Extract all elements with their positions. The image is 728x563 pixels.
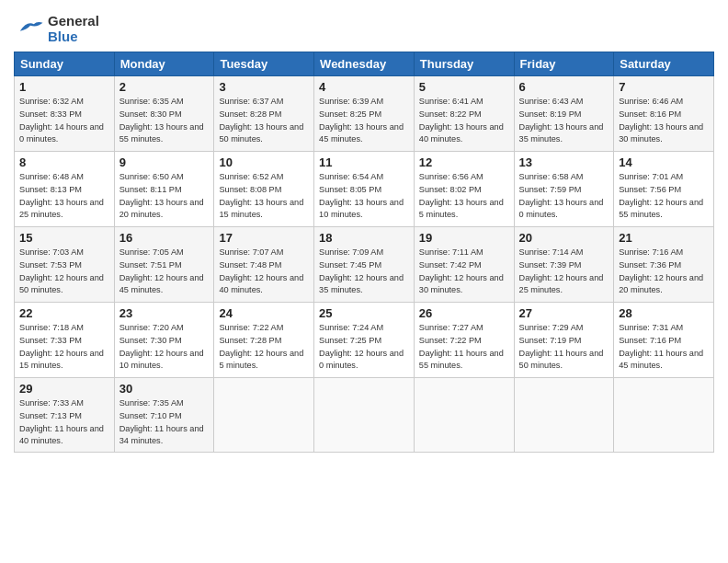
day-number: 30 xyxy=(119,382,210,396)
day-info: Sunrise: 6:37 AMSunset: 8:28 PMDaylight:… xyxy=(219,96,309,146)
calendar-cell: 24 Sunrise: 7:22 AMSunset: 7:28 PMDaylig… xyxy=(214,303,314,378)
calendar-cell: 29 Sunrise: 7:33 AMSunset: 7:13 PMDaylig… xyxy=(15,378,115,453)
calendar-cell: 6 Sunrise: 6:43 AMSunset: 8:19 PMDayligh… xyxy=(514,76,614,152)
day-header-tuesday: Tuesday xyxy=(214,52,314,76)
day-info: Sunrise: 6:56 AMSunset: 8:02 PMDaylight:… xyxy=(419,171,509,222)
day-info: Sunrise: 7:18 AMSunset: 7:33 PMDaylight:… xyxy=(19,322,109,373)
day-number: 29 xyxy=(19,382,109,396)
day-info: Sunrise: 7:27 AMSunset: 7:22 PMDaylight:… xyxy=(419,322,509,373)
page-header: General Blue xyxy=(14,9,714,44)
calendar-cell: 11 Sunrise: 6:54 AMSunset: 8:05 PMDaylig… xyxy=(314,152,415,227)
day-info: Sunrise: 6:52 AMSunset: 8:08 PMDaylight:… xyxy=(219,171,309,222)
day-info: Sunrise: 7:31 AMSunset: 7:16 PMDaylight:… xyxy=(619,322,709,373)
day-info: Sunrise: 7:03 AMSunset: 7:53 PMDaylight:… xyxy=(19,247,109,297)
calendar-cell: 18 Sunrise: 7:09 AMSunset: 7:45 PMDaylig… xyxy=(314,227,415,303)
day-info: Sunrise: 6:50 AMSunset: 8:11 PMDaylight:… xyxy=(119,171,210,222)
day-info: Sunrise: 7:24 AMSunset: 7:25 PMDaylight:… xyxy=(319,322,409,373)
day-number: 28 xyxy=(619,306,709,320)
day-number: 10 xyxy=(219,155,309,169)
day-info: Sunrise: 7:29 AMSunset: 7:19 PMDaylight:… xyxy=(519,322,609,373)
day-info: Sunrise: 6:39 AMSunset: 8:25 PMDaylight:… xyxy=(319,96,409,146)
day-header-wednesday: Wednesday xyxy=(314,52,415,76)
day-info: Sunrise: 7:01 AMSunset: 7:56 PMDaylight:… xyxy=(619,171,709,222)
calendar-cell xyxy=(514,378,614,453)
day-info: Sunrise: 6:41 AMSunset: 8:22 PMDaylight:… xyxy=(419,96,509,146)
day-info: Sunrise: 7:35 AMSunset: 7:10 PMDaylight:… xyxy=(119,397,210,448)
calendar-cell xyxy=(414,378,514,453)
calendar-cell: 14 Sunrise: 7:01 AMSunset: 7:56 PMDaylig… xyxy=(614,152,714,227)
day-info: Sunrise: 7:07 AMSunset: 7:48 PMDaylight:… xyxy=(219,247,309,297)
calendar-cell: 9 Sunrise: 6:50 AMSunset: 8:11 PMDayligh… xyxy=(114,152,214,227)
day-header-friday: Friday xyxy=(514,52,614,76)
day-info: Sunrise: 7:22 AMSunset: 7:28 PMDaylight:… xyxy=(219,322,309,373)
day-number: 12 xyxy=(419,155,509,169)
day-number: 9 xyxy=(119,155,210,169)
day-header-sunday: Sunday xyxy=(15,52,115,76)
calendar-cell: 16 Sunrise: 7:05 AMSunset: 7:51 PMDaylig… xyxy=(114,227,214,303)
calendar-cell: 5 Sunrise: 6:41 AMSunset: 8:22 PMDayligh… xyxy=(414,76,514,152)
day-number: 6 xyxy=(519,80,609,94)
day-number: 21 xyxy=(619,231,709,245)
day-info: Sunrise: 7:33 AMSunset: 7:13 PMDaylight:… xyxy=(19,397,109,448)
day-info: Sunrise: 7:14 AMSunset: 7:39 PMDaylight:… xyxy=(519,247,609,297)
day-number: 13 xyxy=(519,155,609,169)
day-header-monday: Monday xyxy=(114,52,214,76)
day-number: 1 xyxy=(19,80,109,94)
calendar-cell xyxy=(214,378,314,453)
day-number: 7 xyxy=(619,80,709,94)
day-number: 27 xyxy=(519,306,609,320)
day-number: 11 xyxy=(319,155,409,169)
calendar-cell: 3 Sunrise: 6:37 AMSunset: 8:28 PMDayligh… xyxy=(214,76,314,152)
calendar-cell: 19 Sunrise: 7:11 AMSunset: 7:42 PMDaylig… xyxy=(414,227,514,303)
calendar-cell: 10 Sunrise: 6:52 AMSunset: 8:08 PMDaylig… xyxy=(214,152,314,227)
calendar-cell: 13 Sunrise: 6:58 AMSunset: 7:59 PMDaylig… xyxy=(514,152,614,227)
calendar-cell: 8 Sunrise: 6:48 AMSunset: 8:13 PMDayligh… xyxy=(15,152,115,227)
calendar-cell: 22 Sunrise: 7:18 AMSunset: 7:33 PMDaylig… xyxy=(15,303,115,378)
day-info: Sunrise: 6:43 AMSunset: 8:19 PMDaylight:… xyxy=(519,96,609,146)
day-info: Sunrise: 7:20 AMSunset: 7:30 PMDaylight:… xyxy=(119,322,210,373)
day-number: 14 xyxy=(619,155,709,169)
calendar-cell: 7 Sunrise: 6:46 AMSunset: 8:16 PMDayligh… xyxy=(614,76,714,152)
calendar-cell: 25 Sunrise: 7:24 AMSunset: 7:25 PMDaylig… xyxy=(314,303,415,378)
day-info: Sunrise: 7:05 AMSunset: 7:51 PMDaylight:… xyxy=(119,247,210,297)
day-number: 18 xyxy=(319,231,409,245)
calendar-cell: 28 Sunrise: 7:31 AMSunset: 7:16 PMDaylig… xyxy=(614,303,714,378)
calendar-cell: 17 Sunrise: 7:07 AMSunset: 7:48 PMDaylig… xyxy=(214,227,314,303)
calendar-cell: 2 Sunrise: 6:35 AMSunset: 8:30 PMDayligh… xyxy=(114,76,214,152)
day-info: Sunrise: 6:58 AMSunset: 7:59 PMDaylight:… xyxy=(519,171,609,222)
day-number: 25 xyxy=(319,306,409,320)
day-info: Sunrise: 6:35 AMSunset: 8:30 PMDaylight:… xyxy=(119,96,210,146)
calendar-cell: 4 Sunrise: 6:39 AMSunset: 8:25 PMDayligh… xyxy=(314,76,415,152)
day-info: Sunrise: 7:16 AMSunset: 7:36 PMDaylight:… xyxy=(619,247,709,297)
day-info: Sunrise: 6:54 AMSunset: 8:05 PMDaylight:… xyxy=(319,171,409,222)
day-number: 2 xyxy=(119,80,210,94)
day-info: Sunrise: 7:09 AMSunset: 7:45 PMDaylight:… xyxy=(319,247,409,297)
day-info: Sunrise: 6:32 AMSunset: 8:33 PMDaylight:… xyxy=(19,96,109,146)
calendar-cell: 1 Sunrise: 6:32 AMSunset: 8:33 PMDayligh… xyxy=(15,76,115,152)
calendar-table: SundayMondayTuesdayWednesdayThursdayFrid… xyxy=(14,52,714,453)
day-number: 26 xyxy=(419,306,509,320)
day-number: 5 xyxy=(419,80,509,94)
day-number: 15 xyxy=(19,231,109,245)
day-number: 16 xyxy=(119,231,210,245)
day-header-thursday: Thursday xyxy=(414,52,514,76)
day-number: 3 xyxy=(219,80,309,94)
day-number: 24 xyxy=(219,306,309,320)
calendar-cell: 23 Sunrise: 7:20 AMSunset: 7:30 PMDaylig… xyxy=(114,303,214,378)
day-info: Sunrise: 6:46 AMSunset: 8:16 PMDaylight:… xyxy=(619,96,709,146)
calendar-cell: 26 Sunrise: 7:27 AMSunset: 7:22 PMDaylig… xyxy=(414,303,514,378)
day-number: 8 xyxy=(19,155,109,169)
calendar-cell: 15 Sunrise: 7:03 AMSunset: 7:53 PMDaylig… xyxy=(15,227,115,303)
calendar-cell: 30 Sunrise: 7:35 AMSunset: 7:10 PMDaylig… xyxy=(114,378,214,453)
calendar-cell: 21 Sunrise: 7:16 AMSunset: 7:36 PMDaylig… xyxy=(614,227,714,303)
day-number: 22 xyxy=(19,306,109,320)
day-info: Sunrise: 6:48 AMSunset: 8:13 PMDaylight:… xyxy=(19,171,109,222)
day-number: 20 xyxy=(519,231,609,245)
calendar-cell: 20 Sunrise: 7:14 AMSunset: 7:39 PMDaylig… xyxy=(514,227,614,303)
day-number: 23 xyxy=(119,306,210,320)
calendar-cell xyxy=(314,378,415,453)
day-number: 17 xyxy=(219,231,309,245)
day-info: Sunrise: 7:11 AMSunset: 7:42 PMDaylight:… xyxy=(419,247,509,297)
calendar-cell: 12 Sunrise: 6:56 AMSunset: 8:02 PMDaylig… xyxy=(414,152,514,227)
calendar-cell xyxy=(614,378,714,453)
